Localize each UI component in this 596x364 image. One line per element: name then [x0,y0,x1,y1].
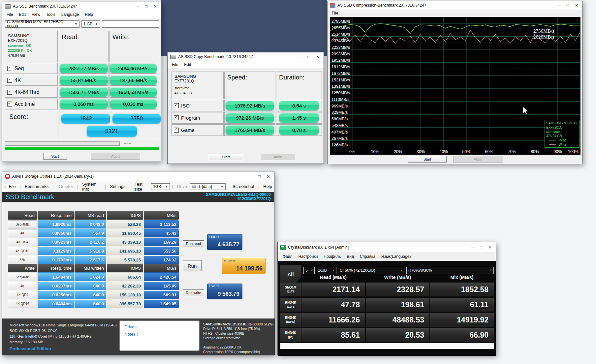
svg-text:20%: 20% [394,149,402,154]
toolbar-screenshot[interactable]: Screenshot [231,183,256,190]
test-size-select[interactable]: 1 GB▼ [81,20,100,28]
chart-legend: SAMSUNG MZVLB5EXF7201Qstornvme476,94 GBR… [545,120,580,148]
minimize-icon[interactable]: – [250,174,252,179]
menu-item-language[interactable]: Language [58,11,82,18]
checkbox-icon[interactable] [7,90,12,95]
run-write-button[interactable]: Run write [183,289,204,296]
results-grid: SEQ1MQ1T12171.142328.571852.58RND4KQ1T14… [280,283,494,342]
abort-button[interactable]: Abort [91,153,140,160]
start-button[interactable]: Start [43,153,67,160]
close-icon[interactable]: ✕ [575,3,579,8]
duration-value-cell: 0,54 s [276,100,322,111]
checkbox-icon[interactable] [7,102,12,106]
close-icon[interactable]: ✕ [316,55,320,59]
toolbar-settings[interactable]: Settings [108,183,128,190]
chevron-down-icon: ˅ [401,269,402,272]
test-size-select[interactable]: 1GiB˅ [316,267,336,274]
maximize-icon[interactable]: □ [566,3,569,8]
maximize-icon[interactable]: □ [145,4,147,9]
toolbar-file[interactable]: File [7,183,18,190]
checkbox-icon[interactable] [174,115,179,120]
toolbar-system-info[interactable]: System Info [80,181,103,192]
checkbox-icon[interactable] [7,78,12,83]
titlebar[interactable]: CrystalDiskMark 8.0.1 x64 [Admin] – □ ✕ [278,242,496,252]
close-icon[interactable]: ✕ [267,174,270,179]
drive-select[interactable]: d: [data] ▼ [190,183,226,190]
abort-button[interactable]: Abort [261,154,295,160]
drive-select[interactable]: C: SAMSUNG MZVLB512HBJQ-00000▼ [5,20,79,28]
window-as-ssd-copy-benchmark: AS SSD Copy-Benchmark 2.0.7316.34247 – □… [167,52,324,164]
checkbox-icon[interactable] [174,128,179,133]
titlebar[interactable]: AS SSD Benchmark 2.0.7316.34247 – □ ✕ [2,2,161,11]
duration-value-pill: 1,45 s [279,113,319,123]
row-header-rnd4k-1[interactable]: RND4KQ1T1 [280,298,301,312]
minimize-icon[interactable]: – [137,4,139,9]
menu-item-view[interactable]: View [29,11,43,18]
chevron-down-icon: ▼ [165,185,168,188]
menu-item-tools[interactable]: Tools [43,11,58,18]
toolbar-benchmarks[interactable]: Benchmarks [23,183,50,190]
all-test-button[interactable]: All [280,265,301,283]
device-vendor: SAMSUNG [174,74,221,79]
separator: | [104,184,107,189]
device-name: SAMSUNG MZVLB512HBJQ-00000 512GB/EXF7201… [206,193,271,201]
start-button[interactable]: Start [209,154,243,160]
write-value-pill: 2434,66 MB/s [110,64,157,73]
drives-notes-box[interactable]: Drives : Notes : [119,320,200,351]
svg-text:688MB/s: 688MB/s [331,117,348,121]
menu-item-язык-language-[interactable]: Язык(Language) [378,253,414,260]
svg-text:1531MB/s: 1531MB/s [331,78,350,82]
minimize-icon[interactable]: – [471,245,474,250]
chevron-down-icon: ▼ [75,22,78,26]
toolbar-help[interactable]: Help [261,183,274,190]
menu-item-help[interactable]: Help [82,11,96,18]
filter-input[interactable] [102,20,159,28]
value-cell: 2 426.54 [144,273,179,281]
menu-item-файл[interactable]: Файл [280,253,296,260]
row-label: Seq 4MB [8,273,37,281]
abort-button[interactable]: Abort [453,156,503,163]
menu-item-профиль[interactable]: Профиль [321,253,344,260]
row-header-rnd4k-2[interactable]: RND4K(IOPS) [280,313,301,327]
start-button[interactable]: Start [408,156,447,163]
menu-item-edit[interactable]: Edit [16,11,29,18]
menu-item-вид[interactable]: Вид [344,253,357,260]
row-label-text: Program [181,115,200,121]
run-button[interactable]: Run [183,260,202,271]
mix-ratio-select[interactable]: R70%/W30%˅ [406,267,494,274]
test-size-select[interactable]: 1GB▼ [151,183,170,190]
menu-item-edit[interactable]: Edit [181,61,194,68]
menu-item-настройки[interactable]: Настройки [296,253,321,260]
maximize-icon[interactable]: □ [258,174,261,179]
minimize-icon[interactable]: – [558,3,560,8]
speed-column-header: Speed: [224,72,275,99]
read-value-pill: 1503,71 MB/s [60,87,108,97]
column-header-mb-s: MB/s [144,211,179,220]
menu-item-file[interactable]: File [329,10,341,16]
separator: | [226,184,230,189]
device-model: EXF7201Q [8,38,55,43]
value-cell: 396 557.78 [107,300,143,308]
menu-item-справка[interactable]: Справка [357,253,378,260]
menu-item-file[interactable]: File [4,11,16,18]
close-icon[interactable]: ✕ [153,4,157,9]
checkbox-icon[interactable] [174,103,179,108]
svg-text:70%: 70% [508,149,516,154]
toolbar-iometer[interactable]: IOmeter [56,183,75,190]
minimize-icon[interactable]: – [299,55,301,59]
run-read-button[interactable]: Run read [183,240,204,247]
menu-item-file[interactable]: File [169,61,181,68]
row-header-line2: (µs) [288,335,293,339]
titlebar[interactable]: Anvil's Storage Utilities 1.1.0 (2014-Ja… [2,171,274,181]
row-header-seq1m-0[interactable]: SEQ1MQ1T1 [280,283,301,296]
test-count-select[interactable]: 5˅ [303,267,315,274]
maximize-icon[interactable]: □ [307,55,310,59]
titlebar[interactable]: AS SSD Copy-Benchmark 2.0.7316.34247 – □… [168,52,324,61]
close-icon[interactable]: ✕ [488,245,492,250]
row-header-rnd4k-3[interactable]: RND4K(µs) [280,328,301,342]
titlebar[interactable]: AS SSD Compression-Benchmark 2.0.7316.34… [328,1,582,10]
svg-text:80%: 80% [531,149,539,154]
window-title: AS SSD Copy-Benchmark 2.0.7316.34247 [178,54,297,59]
target-drive-select[interactable]: C: 60% (72/120GiB)˅ [338,267,404,274]
checkbox-icon[interactable] [7,66,12,71]
